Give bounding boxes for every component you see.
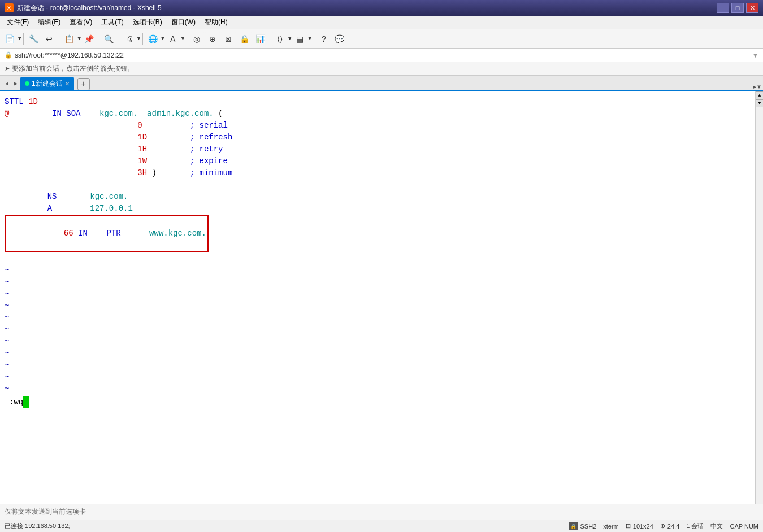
refresh-comment: ; refresh — [190, 132, 233, 143]
tilde-5: ~ — [5, 312, 758, 324]
connection-text: 已连接 192.168.50.132; — [5, 522, 70, 529]
tab-label: 1新建会话 — [32, 79, 63, 89]
btn6[interactable]: ◎ — [189, 32, 204, 46]
line-4: 1D ; refresh — [5, 132, 758, 143]
info-text: 要添加当前会话，点击左侧的箭头按钮。 — [12, 64, 134, 73]
scroll-up-arrow[interactable]: ▲ — [756, 91, 763, 99]
status-sessions: 1 会话 — [686, 522, 704, 530]
tilde-7: ~ — [5, 335, 758, 347]
menu-window[interactable]: 窗口(W) — [167, 16, 200, 28]
in-keyword: IN SOA — [52, 108, 80, 120]
tab-close-button[interactable]: ✕ — [65, 81, 70, 87]
at-symbol: @ — [5, 108, 9, 120]
terminal-type: xterm — [603, 523, 619, 530]
toolbar: 📄 ▼ 🔧 ↩ 📋 ▼ 📌 🔍 🖨 ▼ 🌐 ▼ A ▼ ◎ ⊕ ⊠ 🔒 📊 ⟨⟩… — [0, 29, 763, 49]
line-6: 1W ; expire — [5, 155, 758, 167]
menu-tabs[interactable]: 选项卡(B) — [128, 16, 167, 28]
status-size: ⊞ 101x24 — [626, 522, 653, 530]
send-bar-text: 仅将文本发送到当前选项卡 — [5, 507, 86, 517]
domain1: kgc.com. — [99, 108, 137, 120]
terminal-wrapper: $TTL 1D @ IN SOA kgc.com. admin.kgc.com.… — [0, 91, 763, 520]
globe-button[interactable]: 🌐 — [145, 32, 160, 46]
tilde-1: ~ — [5, 264, 758, 276]
print-button[interactable]: 🖨 — [122, 32, 136, 46]
tab-nav-right[interactable]: ▶ — [11, 77, 20, 90]
admin-domain: admin.kgc.com. — [147, 108, 214, 120]
properties-button[interactable]: 🔧 — [26, 32, 41, 46]
expire-comment: ; expire — [190, 155, 228, 167]
caps-text: CAP NUM — [730, 523, 758, 530]
tab-nav-left[interactable]: ◀ — [2, 77, 11, 90]
find-button[interactable]: 🔍 — [102, 32, 116, 46]
app-icon: X — [5, 3, 14, 12]
print-dropdown[interactable]: ▼ — [137, 36, 140, 42]
maximize-button[interactable]: □ — [731, 3, 744, 13]
arrow-icon: ➤ — [5, 65, 10, 72]
info-bar: ➤ 要添加当前会话，点击左侧的箭头按钮。 — [0, 62, 763, 76]
line-blank1 — [5, 179, 758, 191]
font-button[interactable]: A — [166, 32, 180, 46]
new-dropdown-arrow[interactable]: ▼ — [18, 36, 21, 42]
copy-button[interactable]: 📋 — [62, 32, 76, 46]
arr2-dropdown[interactable]: ▼ — [308, 36, 311, 42]
ns-value: kgc.com. — [90, 191, 128, 203]
status-cursor: ⊕ 24,4 — [660, 522, 679, 530]
tilde-9: ~ — [5, 359, 758, 371]
ssh-text: SSH2 — [580, 523, 597, 530]
tab-scroll-right[interactable]: ▶ — [753, 84, 756, 90]
vim-cmd-text: :wq — [9, 398, 23, 407]
cursor-pos: 24,4 — [667, 523, 679, 530]
terminal-size: 101x24 — [633, 523, 653, 530]
paste-button[interactable]: 📌 — [82, 32, 97, 46]
retry-comment: ; retry — [190, 143, 223, 155]
btn7[interactable]: ⊕ — [205, 32, 220, 46]
tilde-10: ~ — [5, 371, 758, 383]
status-connection: 已连接 192.168.50.132; — [5, 522, 562, 530]
menu-help[interactable]: 帮助(H) — [200, 16, 232, 28]
line-2: @ IN SOA kgc.com. admin.kgc.com. ( — [5, 108, 758, 120]
retry-val: 1H — [137, 143, 147, 155]
new-session-button[interactable]: 📄 — [2, 32, 17, 46]
tilde-8: ~ — [5, 347, 758, 359]
globe-dropdown[interactable]: ▼ — [161, 36, 164, 42]
tab-active[interactable]: 1新建会话 ✕ — [20, 77, 74, 90]
arr-dropdown[interactable]: ▼ — [288, 36, 291, 42]
copy-dropdown[interactable]: ▼ — [77, 36, 80, 42]
help-button[interactable]: ? — [317, 32, 331, 46]
terminal-size-icon: ⊞ — [626, 522, 631, 530]
undo-button[interactable]: ↩ — [42, 32, 57, 46]
chat-button[interactable]: 💬 — [332, 32, 347, 46]
terminal[interactable]: $TTL 1D @ IN SOA kgc.com. admin.kgc.com.… — [0, 91, 763, 504]
cursor-pos-icon: ⊕ — [660, 522, 665, 530]
ptr-in: IN — [73, 229, 88, 238]
terminal-scrollbar[interactable]: ▲ ▼ — [755, 91, 763, 504]
menu-edit[interactable]: 编辑(E) — [33, 16, 65, 28]
line-blank2 — [5, 252, 758, 264]
scroll-down-arrow[interactable]: ▼ — [756, 99, 763, 107]
btn12[interactable]: ▤ — [292, 32, 307, 46]
btn10[interactable]: 📊 — [253, 32, 267, 46]
ptr-num: 66 — [64, 229, 73, 238]
window-title: 新建会话 - root@localhost:/var/named - Xshel… — [17, 3, 717, 13]
window-controls: − □ ✕ — [717, 3, 758, 13]
tilde-2: ~ — [5, 276, 758, 288]
address-dropdown[interactable]: ▼ — [752, 52, 758, 59]
tab-add-button[interactable]: + — [77, 78, 90, 90]
menu-view[interactable]: 查看(V) — [65, 16, 97, 28]
menu-tools[interactable]: 工具(T) — [97, 16, 128, 28]
ns-keyword: NS — [47, 191, 57, 203]
serial-val: 0 — [137, 120, 142, 132]
line-1: $TTL 1D — [5, 96, 758, 108]
vim-cursor — [23, 396, 29, 408]
btn8[interactable]: ⊠ — [221, 32, 236, 46]
refresh-val: 1D — [137, 132, 147, 143]
font-dropdown[interactable]: ▼ — [181, 36, 184, 42]
minimize-button[interactable]: − — [717, 3, 729, 13]
tab-menu-button[interactable]: ▼ — [757, 84, 761, 90]
btn11[interactable]: ⟨⟩ — [272, 32, 287, 46]
tilde-11: ~ — [5, 383, 758, 395]
menu-file[interactable]: 文件(F) — [2, 16, 33, 28]
btn9[interactable]: 🔒 — [237, 32, 252, 46]
close-button[interactable]: ✕ — [746, 3, 758, 13]
send-bar: 仅将文本发送到当前选项卡 — [0, 504, 763, 520]
